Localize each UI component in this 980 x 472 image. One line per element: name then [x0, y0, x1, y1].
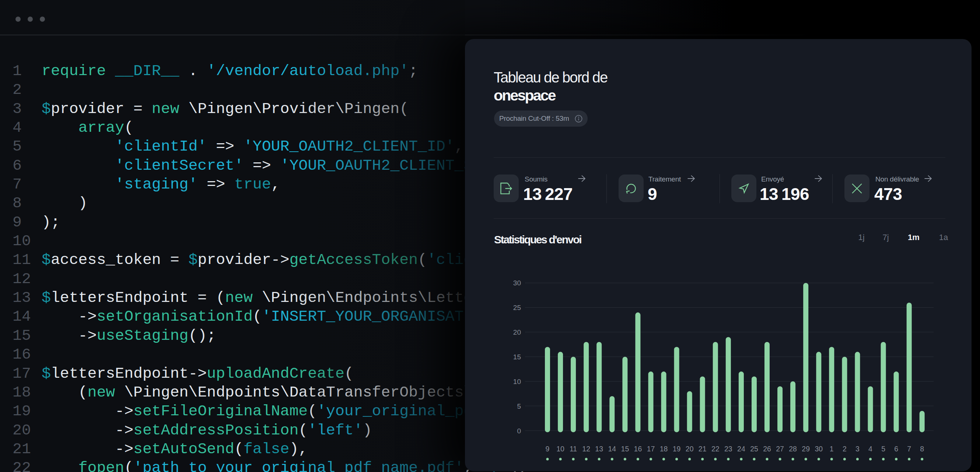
svg-text:13: 13 [595, 445, 603, 453]
svg-text:26: 26 [763, 445, 771, 453]
svg-text:1: 1 [830, 445, 834, 453]
svg-text:18: 18 [660, 445, 668, 453]
svg-text:22: 22 [711, 445, 719, 453]
svg-text:11: 11 [570, 445, 577, 453]
svg-text:7: 7 [907, 445, 911, 453]
svg-text:3: 3 [856, 445, 859, 453]
svg-text:19: 19 [673, 445, 681, 453]
svg-text:30: 30 [513, 279, 521, 287]
svg-text:8: 8 [920, 445, 924, 453]
svg-text:9: 9 [546, 445, 550, 453]
svg-text:10: 10 [556, 445, 565, 453]
svg-text:6: 6 [894, 445, 898, 453]
svg-text:25: 25 [513, 304, 521, 312]
svg-text:24: 24 [737, 445, 745, 453]
svg-text:28: 28 [789, 445, 797, 453]
svg-text:0: 0 [517, 427, 521, 435]
svg-text:2: 2 [843, 445, 846, 453]
svg-text:23: 23 [724, 445, 732, 453]
svg-text:25: 25 [750, 445, 758, 453]
svg-text:16: 16 [634, 445, 642, 453]
svg-text:14: 14 [608, 445, 616, 453]
svg-text:5: 5 [881, 445, 885, 453]
svg-text:27: 27 [776, 445, 784, 453]
svg-text:17: 17 [647, 445, 655, 453]
svg-text:15: 15 [513, 353, 521, 361]
svg-text:20: 20 [513, 328, 521, 336]
svg-text:20: 20 [686, 445, 694, 453]
svg-text:5: 5 [517, 402, 521, 410]
svg-text:29: 29 [802, 445, 810, 453]
svg-text:21: 21 [698, 445, 706, 453]
svg-text:30: 30 [815, 445, 822, 453]
svg-text:4: 4 [869, 445, 872, 453]
svg-text:10: 10 [513, 378, 521, 385]
svg-text:12: 12 [582, 445, 590, 453]
svg-text:15: 15 [621, 445, 629, 453]
